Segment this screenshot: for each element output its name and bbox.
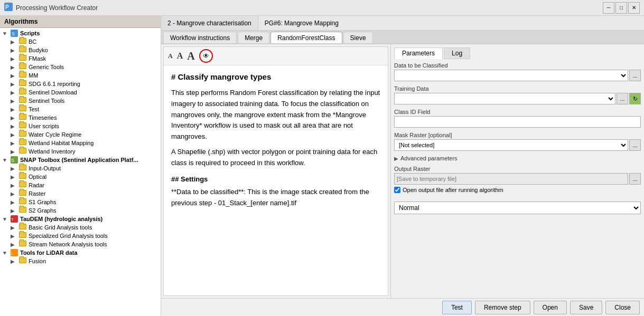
folder-specialized-grid-icon [19,232,27,240]
tree-section-scripts[interactable]: ▼ S Scripts [0,29,161,37]
tree-item-specialized-grid[interactable]: ▶ Specialized Grid Analysis tools [0,232,161,240]
data-classified-browse-button[interactable]: ... [629,70,641,81]
expand-taudem: ▼ [2,216,11,222]
training-data-select[interactable] [394,93,615,104]
tree-item-s2[interactable]: ▶ S2 Graphs [0,206,161,215]
output-raster-input[interactable] [394,173,628,185]
font-large-button[interactable]: A [186,50,195,62]
expand-specialized-grid: ▶ [11,233,19,239]
folder-wetland-inventory-icon [19,148,27,155]
tree-item-sentinel-tools[interactable]: ▶ Sentinel Tools [0,97,161,105]
basic-grid-label: Basic Grid Analysis tools [29,224,92,231]
tree-item-mm[interactable]: ▶ MM [0,71,161,80]
mode-select[interactable]: Normal [394,202,641,214]
minimize-button[interactable]: ─ [603,2,614,14]
mask-raster-select[interactable]: [Not selected] [394,139,628,151]
tree-section-lidar[interactable]: ▼ L Tools for LiDAR data [0,248,161,257]
taudem-icon: T [11,215,19,223]
taudem-label: TauDEM (hydrologic analysis) [20,216,102,222]
expand-optical: ▶ [11,174,19,180]
expand-s2: ▶ [11,208,19,214]
tree-item-stream-network[interactable]: ▶ Stream Network Analysis tools [0,240,161,248]
tree-item-raster[interactable]: ▶ Raster [0,189,161,198]
tree-item-user-scripts[interactable]: ▶ User scripts [0,122,161,130]
tree-item-timeseries[interactable]: ▶ Timeseries [0,113,161,122]
svg-text:S: S [12,31,15,36]
s1-label: S1 Graphs [29,199,57,205]
tree-item-generic[interactable]: ▶ Generic Tools [0,63,161,71]
doc-para3: **Data to be classified**: This is the i… [171,187,380,209]
tree-item-optical[interactable]: ▶ Optical [0,173,161,181]
tab-sieve-label: Sieve [350,34,366,42]
font-medium-button[interactable]: A [176,51,184,61]
app-icon: P [4,3,13,13]
sentinel-tools-label: Sentinel Tools [29,98,64,104]
tree-item-input-output[interactable]: ▶ Input-Output [0,164,161,173]
tree-item-wetland-inventory[interactable]: ▶ Wetland Inventory [0,147,161,156]
tree-item-budyko[interactable]: ▶ Budyko [0,46,161,54]
doc-toolbar: A A A 👁 [164,47,388,65]
open-output-checkbox[interactable] [394,187,400,193]
folder-input-output-icon [19,165,27,172]
tree-item-fmask[interactable]: ▶ FMask [0,54,161,63]
tree-item-bc[interactable]: ▶ BC [0,37,161,46]
folder-basic-grid-icon [19,224,27,231]
output-raster-label: Output Raster [394,166,641,172]
tab-workflow[interactable]: Workflow instructions [163,32,237,43]
tree-section-snap[interactable]: ▼ S SNAP Toolbox (Sentinel Application P… [0,156,161,164]
tab-randomforest-label: RandomForestClass [277,34,335,42]
expand-sentinel-tools: ▶ [11,98,19,104]
folder-budyko-icon [19,46,27,54]
params-tab-parameters[interactable]: Parameters [394,47,443,59]
training-data-refresh-button[interactable]: ↻ [629,93,641,104]
expand-budyko: ▶ [11,47,19,53]
font-small-button[interactable]: A [167,52,174,60]
doc-content: # Classify mangrove types This step perf… [164,65,388,295]
class-id-input[interactable] [394,116,641,128]
tree-item-fusion[interactable]: ▶ Fusion [0,257,161,265]
tree-item-sdg[interactable]: ▶ SDG 6.6.1 reporting [0,80,161,88]
tree-item-test[interactable]: ▶ Test [0,105,161,113]
open-output-row: Open output file after running algorithm [394,187,641,193]
data-classified-label: Data to be Classified [394,62,641,69]
budyko-label: Budyko [29,47,48,53]
output-raster-browse-button[interactable]: ... [629,173,641,185]
tab-merge[interactable]: Merge [238,32,269,43]
tree-section-taudem[interactable]: ▼ T TauDEM (hydrologic analysis) [0,215,161,223]
remove-step-button[interactable]: Remove step [475,301,530,314]
advanced-params-section[interactable]: ▶ Advanced parameters [394,155,641,161]
tree-item-wetland-habitat[interactable]: ▶ Wetland Habitat Mapping [0,139,161,147]
mask-raster-select-wrapper: [Not selected] [394,139,628,151]
open-button[interactable]: Open [534,301,567,314]
lidar-icon: L [11,249,19,256]
close-button[interactable]: ✕ [628,2,640,14]
training-data-group: Training Data ... ↻ [394,85,641,104]
path-segment-1: 2 - Mangrove characterisation [161,16,258,30]
wetland-inventory-label: Wetland Inventory [29,148,75,155]
expand-basic-grid: ▶ [11,225,19,231]
close-button-footer[interactable]: Close [605,301,640,314]
expand-water-cycle: ▶ [11,132,19,138]
stream-network-label: Stream Network Analysis tools [29,241,107,247]
s2-label: S2 Graphs [29,207,57,214]
folder-user-scripts-icon [19,122,27,130]
tab-sieve[interactable]: Sieve [343,32,373,43]
save-button[interactable]: Save [570,301,602,314]
tree-item-s1[interactable]: ▶ S1 Graphs [0,198,161,206]
restore-button[interactable]: □ [615,2,627,14]
tree-item-water-cycle[interactable]: ▶ Water Cycle Regime [0,130,161,139]
tree-item-sentinel-download[interactable]: ▶ Sentinel Download [0,88,161,97]
training-data-row: ... ↻ [394,93,641,104]
preview-toggle-button[interactable]: 👁 [199,49,213,63]
tree-item-radar[interactable]: ▶ Radar [0,181,161,189]
tree-item-basic-grid[interactable]: ▶ Basic Grid Analysis tools [0,223,161,232]
test-button[interactable]: Test [442,301,472,314]
data-classified-select[interactable] [394,70,628,81]
params-tab-log[interactable]: Log [444,47,470,59]
doc-heading2: ## Settings [171,174,380,185]
mask-raster-browse-button[interactable]: ... [629,139,641,151]
optical-label: Optical [29,174,46,180]
svg-text:T: T [11,217,14,222]
training-data-browse-button[interactable]: ... [617,93,628,104]
tab-randomforest[interactable]: RandomForestClass [270,32,342,43]
